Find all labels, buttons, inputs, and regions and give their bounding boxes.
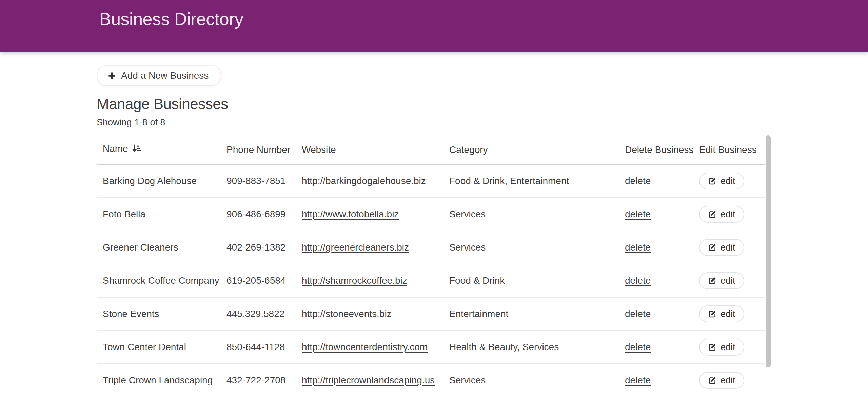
website-link[interactable]: http://www.fotobella.biz bbox=[302, 209, 399, 219]
edit-button-label: edit bbox=[721, 209, 735, 220]
table-row: Foto Bella 906-486-6899 http://www.fotob… bbox=[97, 198, 765, 231]
phone-cell: 445.329.5822 bbox=[220, 297, 296, 331]
delete-link[interactable]: delete bbox=[625, 342, 651, 352]
table-row: Greener Cleaners 402-269-1382 http://gre… bbox=[97, 231, 765, 264]
delete-link[interactable]: delete bbox=[625, 242, 651, 253]
business-name-cell: Town Center Dental bbox=[97, 331, 220, 364]
phone-cell: 619-205-6584 bbox=[220, 264, 296, 297]
business-name-cell: Shamrock Coffee Company bbox=[97, 264, 220, 297]
phone-cell: 402-269-1382 bbox=[220, 231, 296, 264]
category-cell: Services bbox=[443, 364, 619, 397]
column-header-category: Category bbox=[443, 135, 619, 164]
edit-icon bbox=[708, 343, 717, 352]
table-row: Shamrock Coffee Company 619-205-6584 htt… bbox=[97, 264, 765, 297]
website-link[interactable]: http://triplecrownlandscaping.us bbox=[302, 375, 435, 385]
phone-cell: 432-722-2708 bbox=[220, 364, 296, 397]
business-name-cell: Triple Crown Landscaping bbox=[97, 364, 220, 397]
edit-icon bbox=[708, 210, 717, 219]
business-name-cell: Stone Events bbox=[97, 297, 220, 331]
column-header-name[interactable]: Name bbox=[97, 135, 220, 164]
business-name-cell: Greener Cleaners bbox=[97, 231, 220, 264]
edit-icon bbox=[708, 310, 717, 318]
edit-button[interactable]: edit bbox=[699, 305, 744, 322]
edit-button[interactable]: edit bbox=[699, 173, 744, 189]
website-link[interactable]: http://shamrockcoffee.biz bbox=[302, 275, 407, 286]
app-header: Business Directory bbox=[0, 0, 868, 52]
column-header-website: Website bbox=[296, 135, 443, 164]
businesses-table-container: Name Phone Number Website Categ bbox=[97, 135, 771, 397]
edit-button[interactable]: edit bbox=[699, 339, 744, 356]
website-link[interactable]: http://barkingdogalehouse.biz bbox=[302, 176, 426, 186]
column-header-name-label: Name bbox=[103, 143, 128, 154]
manage-businesses-heading: Manage Businesses bbox=[97, 96, 771, 113]
edit-button-label: edit bbox=[721, 342, 735, 353]
table-row: Barking Dog Alehouse 909-883-7851 http:/… bbox=[97, 164, 765, 198]
edit-button-label: edit bbox=[721, 242, 735, 253]
delete-link[interactable]: delete bbox=[625, 308, 651, 319]
edit-button[interactable]: edit bbox=[699, 372, 744, 389]
showing-count-text: Showing 1-8 of 8 bbox=[97, 117, 771, 128]
phone-cell: 909-883-7851 bbox=[220, 164, 296, 198]
edit-icon bbox=[708, 276, 717, 285]
website-link[interactable]: http://towncenterdentistry.com bbox=[302, 342, 428, 352]
category-cell: Health & Beauty, Services bbox=[443, 331, 619, 364]
add-business-button[interactable]: Add a New Business bbox=[97, 65, 221, 86]
website-link[interactable]: http://greenercleaners.biz bbox=[302, 242, 409, 253]
category-cell: Entertainment bbox=[443, 297, 619, 331]
phone-cell: 906-486-6899 bbox=[220, 198, 296, 231]
businesses-table: Name Phone Number Website Categ bbox=[97, 135, 765, 397]
edit-button[interactable]: edit bbox=[699, 272, 744, 289]
main-content: Add a New Business Manage Businesses Sho… bbox=[97, 52, 771, 397]
business-name-cell: Foto Bella bbox=[97, 198, 220, 231]
delete-link[interactable]: delete bbox=[625, 209, 651, 219]
sort-descending-icon[interactable] bbox=[132, 143, 142, 156]
edit-icon bbox=[708, 177, 717, 185]
edit-button-label: edit bbox=[721, 375, 735, 386]
category-cell: Services bbox=[443, 231, 619, 264]
delete-link[interactable]: delete bbox=[625, 375, 651, 385]
table-row: Triple Crown Landscaping 432-722-2708 ht… bbox=[97, 364, 765, 397]
table-row: Stone Events 445.329.5822 http://stoneev… bbox=[97, 297, 765, 331]
website-link[interactable]: http://stoneevents.biz bbox=[302, 308, 392, 319]
edit-button-label: edit bbox=[721, 176, 735, 186]
delete-link[interactable]: delete bbox=[625, 275, 651, 286]
edit-icon bbox=[708, 243, 717, 252]
edit-icon bbox=[708, 376, 717, 385]
add-business-button-label: Add a New Business bbox=[121, 70, 209, 81]
column-header-phone: Phone Number bbox=[220, 135, 296, 164]
delete-link[interactable]: delete bbox=[625, 176, 651, 186]
edit-button[interactable]: edit bbox=[699, 206, 744, 223]
phone-cell: 850-644-1128 bbox=[220, 331, 296, 364]
table-row: Town Center Dental 850-644-1128 http://t… bbox=[97, 331, 765, 364]
edit-button[interactable]: edit bbox=[699, 239, 744, 256]
category-cell: Food & Drink, Entertainment bbox=[443, 164, 619, 198]
page-title: Business Directory bbox=[99, 9, 243, 29]
column-header-edit: Edit Business bbox=[693, 135, 765, 164]
plus-icon bbox=[107, 71, 116, 80]
category-cell: Food & Drink bbox=[443, 264, 619, 297]
edit-button-label: edit bbox=[721, 276, 735, 286]
table-scrollbar[interactable] bbox=[766, 135, 771, 367]
edit-button-label: edit bbox=[721, 309, 735, 319]
business-name-cell: Barking Dog Alehouse bbox=[97, 164, 220, 198]
column-header-delete: Delete Business bbox=[619, 135, 693, 164]
table-header-row: Name Phone Number Website Categ bbox=[97, 135, 765, 164]
category-cell: Services bbox=[443, 198, 619, 231]
